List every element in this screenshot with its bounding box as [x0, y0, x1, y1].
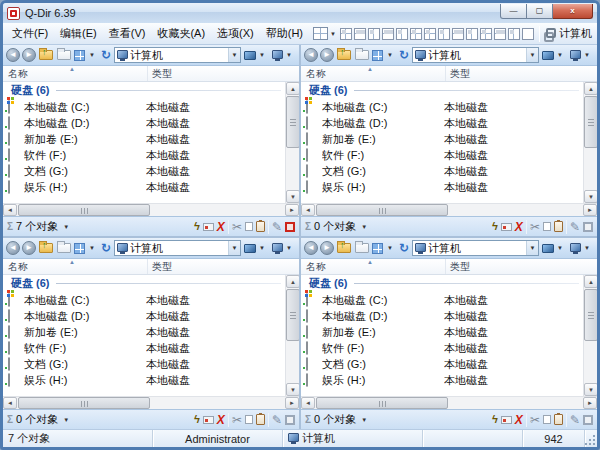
- scrollbar-thumb[interactable]: [316, 397, 448, 409]
- layout-option-icon-4[interactable]: [382, 28, 394, 40]
- chevron-down-icon[interactable]: ▼: [361, 224, 367, 230]
- resize-grip[interactable]: [585, 430, 597, 447]
- edit-pen-icon[interactable]: ✎: [272, 414, 282, 426]
- column-header-name[interactable]: 名称▲: [3, 66, 148, 81]
- scroll-up-icon[interactable]: ▲: [584, 82, 597, 95]
- menu-address-label[interactable]: 计算机: [559, 26, 592, 41]
- cut-icon[interactable]: ✂: [530, 414, 540, 426]
- list-item[interactable]: 本地磁盘 (C:)本地磁盘: [3, 99, 285, 115]
- list-item[interactable]: 本地磁盘 (C:)本地磁盘: [3, 292, 285, 308]
- menu-file[interactable]: 文件(F): [6, 24, 54, 43]
- scroll-right-icon[interactable]: ►: [583, 397, 597, 409]
- forward-button[interactable]: ►: [320, 48, 334, 62]
- scroll-down-icon[interactable]: ▼: [584, 190, 597, 203]
- computer-dropdown-button[interactable]: ▼: [569, 49, 594, 62]
- rename-icon[interactable]: [501, 223, 512, 231]
- list-item[interactable]: 软件 (F:)本地磁盘: [301, 340, 583, 356]
- list-item[interactable]: 娱乐 (H:)本地磁盘: [301, 372, 583, 388]
- active-pane-indicator[interactable]: [583, 222, 593, 232]
- horizontal-scrollbar[interactable]: ◄ ►: [301, 396, 597, 409]
- column-header-name[interactable]: 名称▲: [301, 259, 446, 274]
- desktop-dropdown-button[interactable]: ▼: [541, 243, 567, 254]
- list-item[interactable]: 娱乐 (H:)本地磁盘: [3, 179, 285, 195]
- views-button[interactable]: [74, 50, 85, 61]
- layout-option-icon-9[interactable]: [452, 28, 464, 40]
- column-header-type[interactable]: 类型: [446, 66, 597, 81]
- computer-dropdown-button[interactable]: ▼: [271, 242, 296, 255]
- flash-icon[interactable]: ϟ: [492, 221, 498, 232]
- back-button[interactable]: ◄: [6, 48, 20, 62]
- scroll-up-icon[interactable]: ▲: [286, 275, 299, 288]
- cut-icon[interactable]: ✂: [530, 221, 540, 233]
- scrollbar-thumb[interactable]: [286, 289, 299, 341]
- desktop-dropdown-button[interactable]: ▼: [243, 243, 269, 254]
- list-item[interactable]: 本地磁盘 (C:)本地磁盘: [301, 292, 583, 308]
- chevron-down-icon[interactable]: ▼: [387, 52, 393, 58]
- rename-icon[interactable]: [501, 416, 512, 424]
- horizontal-scrollbar[interactable]: ◄ ►: [3, 396, 299, 409]
- chevron-down-icon[interactable]: ▼: [89, 245, 95, 251]
- scrollbar-thumb[interactable]: [584, 96, 597, 148]
- layout-picker-icon[interactable]: [313, 27, 328, 40]
- vertical-scrollbar[interactable]: ▲ ▼: [583, 275, 597, 396]
- scroll-down-icon[interactable]: ▼: [286, 190, 299, 203]
- object-count[interactable]: 0 个对象: [16, 412, 58, 427]
- refresh-button[interactable]: ↻: [101, 242, 111, 254]
- list-item[interactable]: 新加卷 (E:)本地磁盘: [301, 131, 583, 147]
- combo-dropdown-button[interactable]: ▼: [228, 241, 240, 255]
- list-item[interactable]: 本地磁盘 (D:)本地磁盘: [301, 115, 583, 131]
- up-folder-button[interactable]: [337, 50, 351, 60]
- active-pane-indicator[interactable]: [285, 415, 295, 425]
- layout-option-icon-8[interactable]: [438, 28, 450, 40]
- copy-icon[interactable]: [543, 222, 551, 231]
- layout-option-icon-14[interactable]: [522, 28, 534, 40]
- address-combo[interactable]: 计算机 ▼: [412, 47, 539, 63]
- forward-button[interactable]: ►: [22, 48, 36, 62]
- chevron-down-icon[interactable]: ▼: [89, 52, 95, 58]
- list-item[interactable]: 本地磁盘 (D:)本地磁盘: [3, 115, 285, 131]
- combo-dropdown-button[interactable]: ▼: [526, 48, 538, 62]
- edit-pen-icon[interactable]: ✎: [570, 221, 580, 233]
- list-item[interactable]: 本地磁盘 (D:)本地磁盘: [301, 308, 583, 324]
- title-bar[interactable]: Q-Dir 6.39 — ▢ x: [3, 3, 597, 23]
- scroll-right-icon[interactable]: ►: [583, 204, 597, 216]
- scroll-right-icon[interactable]: ►: [285, 204, 299, 216]
- chevron-down-icon[interactable]: ▼: [330, 31, 336, 37]
- scroll-left-icon[interactable]: ◄: [3, 397, 17, 409]
- combo-dropdown-button[interactable]: ▼: [228, 48, 240, 62]
- list-item[interactable]: 文档 (G:)本地磁盘: [301, 356, 583, 372]
- flash-icon[interactable]: ϟ: [194, 414, 200, 425]
- maximize-button[interactable]: ▢: [527, 4, 553, 19]
- chevron-down-icon[interactable]: ▼: [361, 417, 367, 423]
- list-item[interactable]: 文档 (G:)本地磁盘: [3, 163, 285, 179]
- scrollbar-thumb[interactable]: [316, 204, 448, 216]
- delete-icon[interactable]: X: [217, 414, 225, 426]
- scrollbar-thumb[interactable]: [18, 397, 150, 409]
- delete-icon[interactable]: X: [515, 414, 523, 426]
- rename-icon[interactable]: [203, 416, 214, 424]
- back-button[interactable]: ◄: [304, 241, 318, 255]
- list-item[interactable]: 娱乐 (H:)本地磁盘: [3, 372, 285, 388]
- list-item[interactable]: 软件 (F:)本地磁盘: [301, 147, 583, 163]
- menu-favorites[interactable]: 收藏夹(A): [151, 24, 211, 43]
- back-button[interactable]: ◄: [304, 48, 318, 62]
- column-header-type[interactable]: 类型: [446, 259, 597, 274]
- layout-option-icon-3[interactable]: [368, 28, 380, 40]
- list-item[interactable]: 新加卷 (E:)本地磁盘: [3, 131, 285, 147]
- list-item[interactable]: 文档 (G:)本地磁盘: [3, 356, 285, 372]
- layout-option-icon-12[interactable]: [494, 28, 506, 40]
- copy-icon[interactable]: [543, 415, 551, 424]
- delete-icon[interactable]: X: [217, 221, 225, 233]
- scroll-left-icon[interactable]: ◄: [301, 204, 315, 216]
- column-header-type[interactable]: 类型: [148, 259, 299, 274]
- computer-dropdown-button[interactable]: ▼: [569, 242, 594, 255]
- column-header-name[interactable]: 名称▲: [3, 259, 148, 274]
- layout-option-icon-1[interactable]: [340, 28, 352, 40]
- layout-option-icon-2[interactable]: [354, 28, 366, 40]
- folder-button[interactable]: [355, 243, 369, 253]
- cut-icon[interactable]: ✂: [232, 414, 242, 426]
- layout-option-icon-13[interactable]: [508, 28, 520, 40]
- close-button[interactable]: x: [553, 4, 593, 19]
- scroll-left-icon[interactable]: ◄: [301, 397, 315, 409]
- list-item[interactable]: 本地磁盘 (D:)本地磁盘: [3, 308, 285, 324]
